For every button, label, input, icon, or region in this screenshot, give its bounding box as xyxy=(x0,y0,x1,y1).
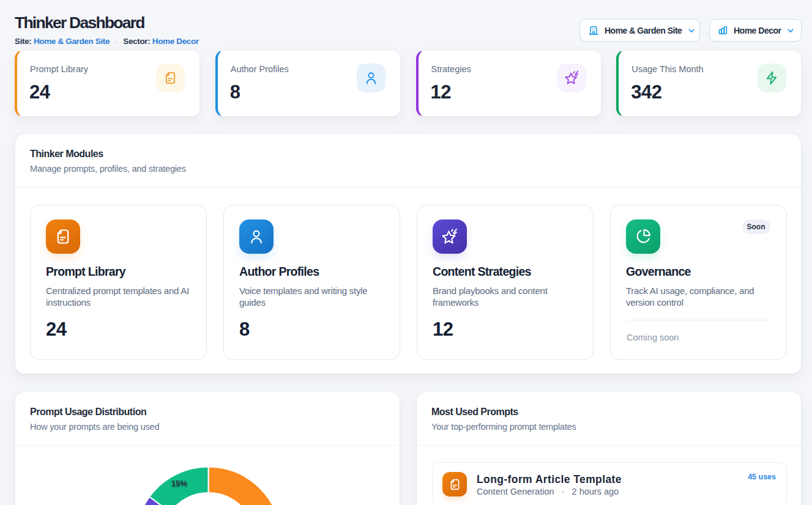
svg-text:15%: 15% xyxy=(171,479,187,488)
